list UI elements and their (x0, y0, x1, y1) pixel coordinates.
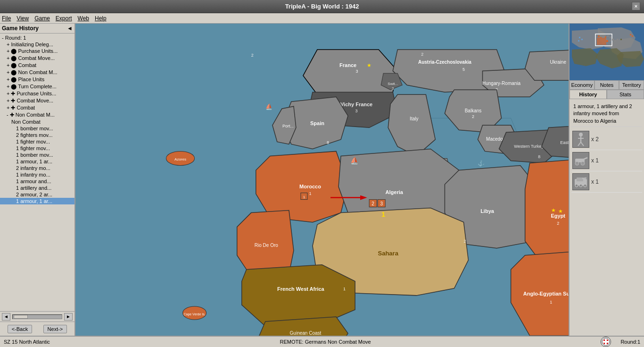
history-tree-item[interactable]: 1 armour, 1 ar... (0, 198, 74, 204)
history-tree-item[interactable]: 1 armour and... (0, 178, 74, 185)
svg-text:★: ★ (558, 208, 563, 214)
history-tree-item[interactable]: + ✚ Combat (0, 104, 74, 111)
tab-stats[interactable]: Stats (607, 90, 644, 99)
svg-point-123 (581, 161, 585, 165)
next-button[interactable]: Next-> (43, 325, 67, 333)
sidebar-title: Game History (2, 25, 39, 32)
close-button[interactable]: × (632, 2, 640, 10)
svg-marker-14 (525, 50, 569, 80)
history-tree-item[interactable]: Non Combat (0, 118, 74, 125)
history-tree-item[interactable]: + ⬤ Combat Move... (0, 55, 74, 62)
svg-text:France: France (339, 62, 356, 68)
svg-text:Sahara: Sahara (378, 250, 399, 257)
svg-text:1: 1 (309, 191, 311, 196)
tab-territory[interactable]: Territory (619, 80, 644, 89)
history-tree-item[interactable]: + ⬤ Non Combat M... (0, 69, 74, 76)
tab-history[interactable]: History (570, 90, 607, 99)
menu-game[interactable]: Game (34, 15, 50, 22)
unit-armour-icon (572, 173, 589, 190)
move-description: 1 armour, 1 artillery and 2 infantry mov… (571, 101, 642, 127)
svg-text:Libya: Libya (480, 208, 495, 214)
sidebar-scroll: ◄ ► (0, 311, 74, 322)
history-tree-item[interactable]: + Initializing Deleg... (0, 41, 74, 48)
svg-line-118 (578, 142, 581, 146)
menu-file[interactable]: File (2, 15, 11, 22)
svg-text:2: 2 (372, 201, 374, 206)
menu-web[interactable]: Web (78, 15, 89, 22)
minimap (570, 24, 644, 80)
minimap-svg (570, 24, 644, 80)
svg-rect-112 (579, 37, 580, 38)
window-title: TripleA - Big World : 1942 (285, 3, 359, 10)
svg-text:2: 2 (463, 239, 466, 244)
svg-text:2: 2 (472, 114, 474, 119)
unit-row-infantry: x 2 (571, 129, 642, 150)
svg-text:⚓: ⚓ (478, 160, 485, 167)
history-tree-item[interactable]: - Round: 1 (0, 34, 74, 41)
scroll-right-button[interactable]: ► (64, 313, 73, 321)
history-tree[interactable]: - Round: 1+ Initializing Deleg...+ ⬤ Pur… (0, 34, 74, 311)
history-tree-item[interactable]: 1 infantry mo... (0, 171, 74, 178)
svg-text:3: 3 (380, 201, 383, 206)
svg-text:Cape Verde Is.: Cape Verde Is. (183, 313, 205, 316)
unit-artillery-count: x 1 (591, 157, 599, 164)
right-panel-content: 1 armour, 1 artillery and 2 infantry mov… (570, 99, 644, 336)
svg-line-126 (582, 178, 586, 178)
svg-text:Hungary-Romania: Hungary-Romania (482, 81, 521, 86)
right-panel-tabs: Economy Notes Territory (570, 80, 644, 90)
tab-notes[interactable]: Notes (594, 80, 619, 89)
history-tree-item[interactable]: + ⬤ Turn Complete... (0, 83, 74, 90)
german-flag-icon (601, 337, 611, 347)
history-tree-item[interactable]: 1 bomber mov... (0, 125, 74, 132)
svg-rect-99 (600, 37, 602, 38)
svg-text:5: 5 (462, 67, 465, 72)
status-bar: SZ 15 North Atlantic REMOTE: Germans Non… (0, 336, 644, 347)
history-tree-item[interactable]: + ⬤ Place Units (0, 76, 74, 83)
history-tree-item[interactable]: 1 bomber mov... (0, 152, 74, 158)
scroll-thumb[interactable] (14, 315, 28, 319)
menu-help[interactable]: Help (95, 15, 107, 22)
svg-text:3: 3 (355, 109, 358, 113)
back-button[interactable]: <-Back (8, 325, 33, 333)
unit-row-artillery: x 1 (571, 150, 642, 171)
menu-export[interactable]: Export (56, 15, 72, 22)
svg-text:★: ★ (551, 207, 556, 213)
svg-text:Swit...: Swit... (388, 82, 398, 86)
history-tree-item[interactable]: 1 armour, 1 ar... (0, 158, 74, 165)
history-tree-item[interactable]: + ✚ Purchase Units... (0, 90, 74, 97)
tab-economy[interactable]: Economy (570, 80, 594, 89)
svg-text:2: 2 (251, 53, 254, 58)
status-remote: REMOTE: Germans Non Combat Move (59, 339, 592, 345)
game-map[interactable]: France 3 ★ Austria-Czechoslovakia 5 Hung… (75, 24, 569, 336)
scroll-left-button[interactable]: ◄ (2, 313, 10, 321)
svg-text:Anglo-Egyptian Sudan: Anglo-Egyptian Sudan (523, 291, 569, 296)
svg-rect-114 (578, 40, 579, 42)
map-container[interactable]: France 3 ★ Austria-Czechoslovakia 5 Hung… (75, 24, 569, 336)
history-tree-item[interactable]: + ✚ Combat Move... (0, 97, 74, 104)
history-tree-item[interactable]: 1 fighter mov... (0, 145, 74, 152)
svg-rect-109 (620, 39, 622, 40)
title-bar: TripleA - Big World : 1942 × (0, 0, 644, 13)
history-tree-item[interactable]: 2 fighters mov... (0, 132, 74, 138)
menu-view[interactable]: View (17, 15, 29, 22)
history-tree-item[interactable]: 1 fighter mov... (0, 138, 74, 145)
svg-text:Algeria: Algeria (386, 189, 404, 195)
svg-text:Italy: Italy (410, 116, 418, 121)
unit-infantry-count: x 2 (591, 136, 599, 143)
history-tree-item[interactable]: + ⬤ Purchase Units... (0, 48, 74, 55)
scroll-track[interactable] (12, 314, 62, 319)
svg-rect-106 (612, 39, 614, 41)
sidebar-collapse-button[interactable]: ◄ (67, 25, 73, 32)
history-tree-item[interactable]: 2 armour, 2 ar... (0, 191, 74, 198)
svg-text:1: 1 (550, 300, 552, 305)
unit-artillery-icon (572, 152, 589, 169)
svg-text:2: 2 (421, 52, 423, 57)
unit-infantry-icon (572, 131, 589, 148)
history-tree-item[interactable]: 2 infantry mo... (0, 165, 74, 171)
svg-point-122 (575, 161, 579, 165)
history-tree-item[interactable]: - ✚ Non Combat M... (0, 111, 74, 118)
history-tree-item[interactable]: + ⬤ Combat (0, 62, 74, 69)
main-area: Game History ◄ - Round: 1+ Initializing … (0, 24, 644, 336)
history-tree-item[interactable]: 1 artillery and... (0, 185, 74, 191)
svg-text:Eastern: Eastern (560, 140, 569, 145)
